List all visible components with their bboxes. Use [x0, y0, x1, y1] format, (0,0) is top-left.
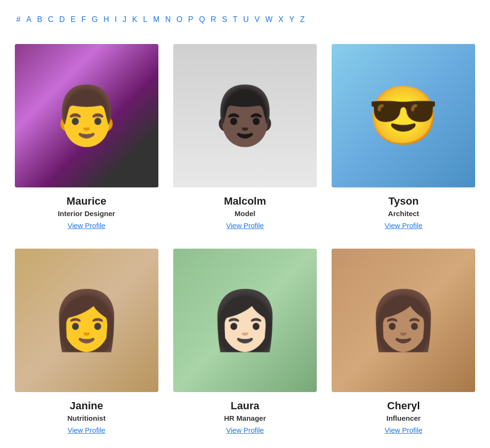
alpha-link-K[interactable]: K: [130, 14, 139, 25]
view-profile-link-laura[interactable]: View Profile: [226, 426, 264, 434]
alpha-link-R[interactable]: R: [209, 14, 218, 25]
alpha-link-D[interactable]: D: [57, 14, 67, 25]
profile-title-maurice: Interior Designer: [58, 209, 115, 218]
alpha-link-E[interactable]: E: [68, 14, 78, 25]
profile-grid: MauriceInterior DesignerView ProfileMalc…: [14, 44, 476, 434]
alpha-link-G[interactable]: G: [90, 14, 100, 25]
profile-card-tyson: TysonArchitectView Profile: [332, 44, 476, 229]
profile-name-laura: Laura: [231, 400, 259, 412]
profile-name-maurice: Maurice: [67, 195, 106, 208]
alpha-link-C[interactable]: C: [46, 14, 56, 25]
profile-card-janine: JanineNutritionistView Profile: [14, 249, 158, 434]
alpha-link-H[interactable]: H: [101, 14, 111, 25]
view-profile-link-tyson[interactable]: View Profile: [385, 221, 423, 229]
profile-name-malcolm: Malcolm: [224, 195, 266, 208]
alpha-link-O[interactable]: O: [175, 14, 184, 25]
profile-title-janine: Nutritionist: [67, 414, 106, 422]
view-profile-link-janine[interactable]: View Profile: [67, 426, 105, 434]
alpha-link-J[interactable]: J: [121, 14, 128, 25]
profile-name-cheryl: Cheryl: [387, 400, 420, 412]
alpha-link-#[interactable]: #: [14, 14, 22, 25]
profile-image-tyson: [332, 44, 475, 187]
profile-image-malcolm: [173, 44, 317, 187]
profile-card-laura: LauraHR ManagerView Profile: [173, 249, 317, 434]
alpha-link-Z[interactable]: Z: [298, 14, 307, 25]
alpha-link-L[interactable]: L: [141, 14, 149, 25]
profile-title-malcolm: Model: [234, 209, 255, 218]
alpha-link-P[interactable]: P: [186, 14, 195, 25]
profile-image-cheryl: [332, 249, 475, 392]
alpha-link-I[interactable]: I: [113, 14, 119, 25]
alpha-link-X[interactable]: X: [277, 14, 286, 25]
alpha-link-V[interactable]: V: [253, 14, 262, 25]
alpha-link-Q[interactable]: Q: [197, 14, 207, 25]
alpha-link-Y[interactable]: Y: [287, 14, 296, 25]
profile-card-malcolm: MalcolmModelView Profile: [173, 44, 317, 229]
profile-image-laura: [173, 249, 317, 392]
alpha-link-A[interactable]: A: [24, 14, 33, 25]
profile-title-laura: HR Manager: [224, 414, 266, 422]
alpha-link-U[interactable]: U: [241, 14, 251, 25]
view-profile-link-maurice[interactable]: View Profile: [67, 221, 105, 229]
profile-title-cheryl: Influencer: [386, 414, 421, 422]
profile-card-cheryl: CherylInfluencerView Profile: [332, 249, 476, 434]
profile-name-janine: Janine: [70, 400, 103, 412]
alpha-link-B[interactable]: B: [35, 14, 45, 25]
profile-image-maurice: [15, 44, 158, 187]
alpha-link-F[interactable]: F: [79, 14, 88, 25]
view-profile-link-cheryl[interactable]: View Profile: [385, 426, 423, 434]
profile-image-janine: [15, 249, 158, 392]
alpha-link-T[interactable]: T: [231, 14, 240, 25]
alpha-link-M[interactable]: M: [151, 14, 161, 25]
alpha-link-N[interactable]: N: [163, 14, 173, 25]
view-profile-link-malcolm[interactable]: View Profile: [226, 221, 264, 229]
profile-card-maurice: MauriceInterior DesignerView Profile: [14, 44, 158, 229]
alpha-link-W[interactable]: W: [264, 14, 275, 25]
alphabet-nav: #ABCDEFGHIJKLMNOPQRSTUVWXYZ: [14, 10, 476, 30]
alpha-link-S[interactable]: S: [220, 14, 229, 25]
profile-title-tyson: Architect: [388, 209, 419, 218]
profile-name-tyson: Tyson: [389, 195, 419, 208]
